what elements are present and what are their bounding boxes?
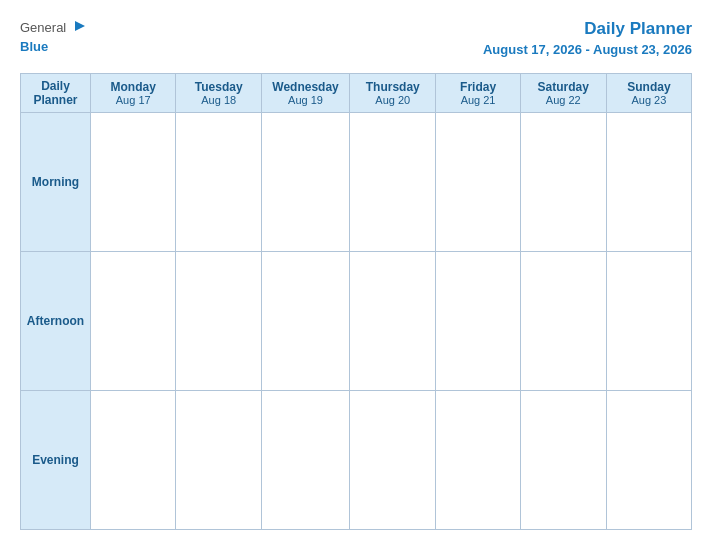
evening-monday[interactable] [91, 390, 176, 529]
evening-thursday[interactable] [350, 390, 436, 529]
header-saturday: Saturday Aug 22 [520, 73, 606, 112]
corner-header: Daily Planner [21, 73, 91, 112]
afternoon-label: Afternoon [21, 251, 91, 390]
afternoon-sunday[interactable] [606, 251, 691, 390]
corner-line1: Daily [24, 79, 87, 93]
evening-wednesday[interactable] [262, 390, 350, 529]
morning-monday[interactable] [91, 112, 176, 251]
morning-label: Morning [21, 112, 91, 251]
header-row: Daily Planner Monday Aug 17 Tuesday Aug … [21, 73, 692, 112]
morning-row: Morning [21, 112, 692, 251]
day-name-monday: Monday [94, 80, 172, 94]
header-tuesday: Tuesday Aug 18 [176, 73, 262, 112]
title-area: Daily Planner August 17, 2026 - August 2… [483, 18, 692, 59]
evening-sunday[interactable] [606, 390, 691, 529]
header-thursday: Thursday Aug 20 [350, 73, 436, 112]
morning-wednesday[interactable] [262, 112, 350, 251]
morning-friday[interactable] [436, 112, 520, 251]
morning-saturday[interactable] [520, 112, 606, 251]
header-friday: Friday Aug 21 [436, 73, 520, 112]
svg-marker-0 [75, 21, 85, 31]
day-date-tuesday: Aug 18 [179, 94, 258, 106]
header-sunday: Sunday Aug 23 [606, 73, 691, 112]
logo-general: General [20, 20, 66, 35]
header: General Blue Daily Planner August 17, 20… [20, 18, 692, 59]
evening-label: Evening [21, 390, 91, 529]
planner-title: Daily Planner [584, 19, 692, 38]
evening-text: Evening [32, 453, 79, 467]
header-wednesday: Wednesday Aug 19 [262, 73, 350, 112]
afternoon-monday[interactable] [91, 251, 176, 390]
logo-icon [73, 19, 87, 37]
day-name-wednesday: Wednesday [265, 80, 346, 94]
day-date-friday: Aug 21 [439, 94, 516, 106]
page: General Blue Daily Planner August 17, 20… [0, 0, 712, 550]
day-date-monday: Aug 17 [94, 94, 172, 106]
header-monday: Monday Aug 17 [91, 73, 176, 112]
afternoon-text: Afternoon [27, 314, 84, 328]
day-name-friday: Friday [439, 80, 516, 94]
afternoon-saturday[interactable] [520, 251, 606, 390]
evening-saturday[interactable] [520, 390, 606, 529]
afternoon-row: Afternoon [21, 251, 692, 390]
day-date-thursday: Aug 20 [353, 94, 432, 106]
afternoon-wednesday[interactable] [262, 251, 350, 390]
afternoon-thursday[interactable] [350, 251, 436, 390]
evening-tuesday[interactable] [176, 390, 262, 529]
logo-blue-text: Blue [20, 39, 48, 54]
day-name-sunday: Sunday [610, 80, 688, 94]
morning-sunday[interactable] [606, 112, 691, 251]
evening-friday[interactable] [436, 390, 520, 529]
day-name-saturday: Saturday [524, 80, 603, 94]
day-name-tuesday: Tuesday [179, 80, 258, 94]
corner-line2: Planner [24, 93, 87, 107]
afternoon-tuesday[interactable] [176, 251, 262, 390]
evening-row: Evening [21, 390, 692, 529]
day-date-saturday: Aug 22 [524, 94, 603, 106]
day-date-wednesday: Aug 19 [265, 94, 346, 106]
day-name-thursday: Thursday [353, 80, 432, 94]
logo-area: General Blue [20, 18, 87, 55]
logo-blue: Blue [20, 37, 48, 55]
morning-thursday[interactable] [350, 112, 436, 251]
logo: General [20, 18, 87, 37]
calendar-table: Daily Planner Monday Aug 17 Tuesday Aug … [20, 73, 692, 530]
afternoon-friday[interactable] [436, 251, 520, 390]
date-range: August 17, 2026 - August 23, 2026 [483, 42, 692, 57]
morning-tuesday[interactable] [176, 112, 262, 251]
morning-text: Morning [32, 175, 79, 189]
day-date-sunday: Aug 23 [610, 94, 688, 106]
